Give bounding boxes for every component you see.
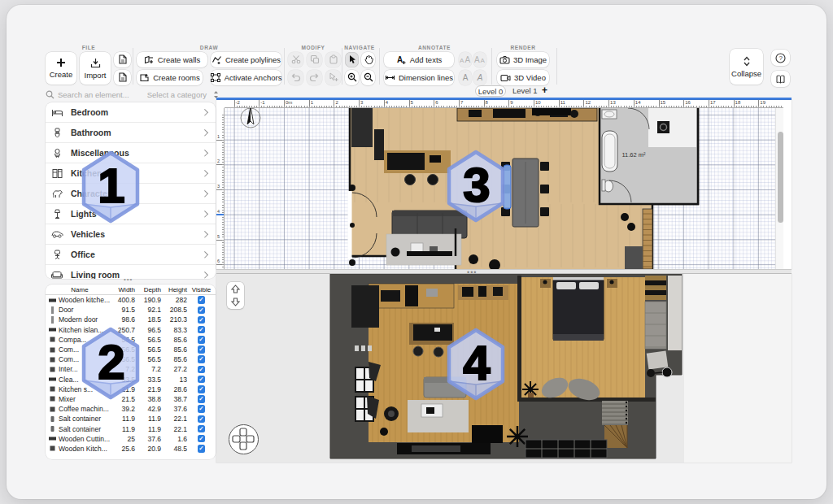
category-item-office[interactable]: Office: [46, 245, 216, 265]
table-row[interactable]: Modern door 98.6 18.5 210.3 ✓: [46, 315, 216, 324]
section-label-draw: DRAW: [200, 45, 218, 50]
table-row[interactable]: Wooden Kitch... 25.6 20.9 48.5 ✓: [46, 444, 216, 454]
add-text-icon: A: [396, 55, 407, 64]
category-select[interactable]: Select a category: [147, 90, 207, 99]
help-button[interactable]: ?: [771, 50, 790, 66]
create-polylines-button[interactable]: Create polylines: [211, 52, 281, 67]
category-item-vehicles[interactable]: Vehicles: [46, 224, 216, 245]
save-file-button[interactable]: [114, 70, 131, 85]
visible-checkbox[interactable]: ✓: [198, 395, 206, 403]
zoom-in-icon: [347, 72, 357, 82]
navigation-pad[interactable]: [229, 424, 259, 454]
category-item-bathroom[interactable]: Bathroom: [46, 123, 216, 143]
bold-button[interactable]: A: [459, 70, 472, 85]
visible-checkbox[interactable]: ✓: [198, 385, 206, 393]
visible-checkbox[interactable]: ✓: [198, 336, 206, 344]
undo-icon: [290, 73, 301, 82]
table-row[interactable]: Door 91.5 92.1 208.5 ✓: [46, 305, 216, 315]
step-badge-2: 2: [81, 327, 141, 400]
activate-anchors-button[interactable]: Activate Anchors: [211, 70, 281, 85]
visible-checkbox[interactable]: ✓: [198, 405, 206, 413]
col-width[interactable]: Width: [114, 286, 135, 293]
copy-button[interactable]: [307, 52, 322, 67]
animal-icon: [50, 189, 63, 199]
toilet-icon: [50, 128, 63, 138]
import-button[interactable]: Import: [80, 52, 111, 85]
create-button[interactable]: Create: [46, 52, 76, 85]
step-badge-1: 1: [81, 150, 141, 224]
dimension-lines-button[interactable]: Dimension lines: [384, 70, 454, 85]
item-icon: [49, 297, 56, 304]
hand-icon: [364, 54, 373, 64]
paste-button[interactable]: [325, 52, 341, 67]
create-rooms-button[interactable]: Create rooms: [137, 70, 203, 85]
import-label: Import: [85, 71, 107, 80]
video-icon: [500, 73, 511, 82]
item-icon: [49, 376, 56, 383]
copy-icon: [310, 54, 320, 64]
add-texts-button[interactable]: AAdd texts: [384, 52, 454, 67]
pan-tool-button[interactable]: [361, 52, 375, 67]
collapse-button[interactable]: Collapse: [730, 49, 763, 85]
category-item-bedroom[interactable]: Bedroom: [46, 102, 216, 123]
bed-icon: [50, 107, 63, 118]
visible-checkbox[interactable]: ✓: [198, 306, 206, 315]
col-depth[interactable]: Depth: [135, 286, 161, 293]
item-icon: [49, 385, 56, 393]
visible-checkbox[interactable]: ✓: [198, 435, 206, 443]
open-file-button[interactable]: [114, 52, 131, 67]
camera-icon: [499, 55, 510, 64]
zoom-out-button[interactable]: [361, 70, 375, 85]
search-input[interactable]: Search an element...: [58, 90, 129, 99]
undo-button[interactable]: [288, 70, 303, 85]
import-icon: [90, 58, 101, 68]
table-row[interactable]: Salt container 11.9 11.9 22.1 ✓: [46, 424, 216, 433]
visible-checkbox[interactable]: ✓: [198, 316, 206, 324]
duplicate-button[interactable]: [325, 70, 341, 85]
cut-button[interactable]: [288, 52, 303, 67]
item-icon: [49, 366, 56, 373]
visible-checkbox[interactable]: ✓: [198, 376, 206, 384]
zoom-in-button[interactable]: [345, 70, 359, 85]
elevation-control[interactable]: [227, 282, 244, 309]
table-row[interactable]: Wooden Cuttin... 25 37.6 1.6 ✓: [46, 434, 216, 444]
polyline-icon: [212, 55, 222, 64]
italic-button[interactable]: A: [473, 70, 486, 85]
add-level-button[interactable]: +: [542, 85, 547, 96]
svg-text:?: ?: [779, 54, 783, 62]
render-3d-video-button[interactable]: 3D Video: [497, 70, 549, 85]
text-size-up-button[interactable]: AA: [459, 52, 472, 67]
col-height[interactable]: Height: [161, 286, 187, 293]
col-name[interactable]: Name: [46, 286, 114, 293]
item-icon: [49, 356, 56, 363]
visible-checkbox[interactable]: ✓: [198, 445, 206, 453]
render-3d-image-button[interactable]: 3D Image: [497, 52, 549, 67]
svg-text:A: A: [474, 55, 480, 64]
table-row[interactable]: Wooden kitche... 400.8 190.9 282 ✓: [46, 295, 216, 305]
select-tool-button[interactable]: [345, 52, 359, 67]
splitter-handle[interactable]: •••: [124, 278, 138, 282]
paste-icon: [329, 54, 338, 64]
table-row[interactable]: Salt container 11.9 11.9 22.1 ✓: [46, 414, 216, 424]
text-size-down-button[interactable]: AA: [473, 52, 486, 67]
visible-checkbox[interactable]: ✓: [198, 425, 206, 433]
table-row[interactable]: Coffee machin... 39.2 42.9 37.6 ✓: [46, 404, 216, 414]
item-icon: [49, 336, 56, 343]
step-badge-3: 3: [446, 150, 506, 223]
redo-button[interactable]: [307, 70, 322, 85]
visible-checkbox[interactable]: ✓: [198, 355, 206, 363]
svg-text:A: A: [480, 57, 485, 64]
visible-checkbox[interactable]: ✓: [198, 296, 206, 304]
tab-level-0[interactable]: Level 0: [475, 85, 506, 97]
lamp-icon: [50, 209, 63, 219]
create-walls-button[interactable]: Create walls: [137, 52, 207, 67]
search-bar: Search an element... Select a category: [46, 89, 218, 101]
plan-scrollbar[interactable]: [775, 108, 783, 269]
visible-checkbox[interactable]: ✓: [198, 366, 206, 374]
col-visible[interactable]: Visible: [187, 286, 216, 293]
tab-level-1[interactable]: Level 1: [512, 86, 538, 95]
visible-checkbox[interactable]: ✓: [198, 415, 206, 424]
chevron-right-icon: [201, 231, 207, 237]
visible-checkbox[interactable]: ✓: [198, 326, 206, 334]
visible-checkbox[interactable]: ✓: [198, 345, 206, 354]
